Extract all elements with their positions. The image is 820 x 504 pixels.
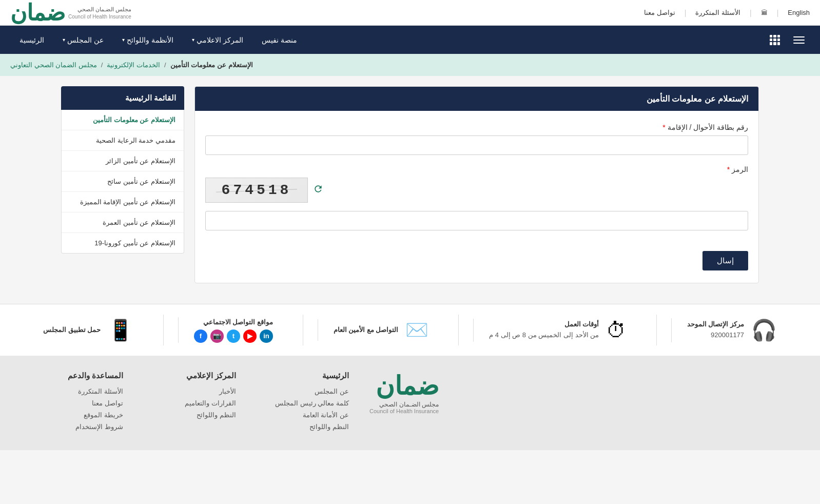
footer-col-home: الرئيسية عن المجلس كلمة معالي رئيس المجل… — [257, 371, 349, 435]
app-title: حمل تطبيق المجلس — [43, 325, 101, 336]
footer-logo-sub-en: Council of Health Insurance — [369, 408, 439, 414]
content-area: الإستعلام عن معلومات التأمين رقم بطاقة ا… — [51, 76, 769, 294]
footer-news[interactable]: الأخبار — [144, 387, 236, 395]
footer-col-media: المركز الإعلامي الأخبار القرارات والتعام… — [144, 371, 236, 423]
sidebar-item-insurance-info[interactable]: الإستعلام عن معلومات التأمين — [62, 110, 184, 130]
logo-sub-en: Council of Health Insurance — [68, 14, 131, 20]
footer-logo-sub-ar: مجلس الضـمان الصحي — [369, 401, 439, 408]
footer-hours: أوقات العمل من الأحد إلى الخميس من 8 ص إ… — [473, 319, 642, 342]
footer-sitemap[interactable]: خريطة الموقع — [31, 411, 123, 419]
footer-president-word[interactable]: كلمة معالي رئيس المجلس — [257, 399, 349, 407]
sidebar: القائمة الرئيسية الإستعلام عن معلومات ال… — [61, 86, 184, 283]
logo-sub-ar: مجلس الضـمان الصحي — [68, 6, 131, 13]
footer-divider2 — [458, 315, 459, 345]
contact-link[interactable]: تواصل معنا — [644, 9, 675, 16]
sitemap-icon-link[interactable]: 🏛 — [761, 9, 768, 16]
nav-regulations[interactable]: الأنظمة واللوائح ▾ — [113, 28, 183, 52]
captcha-label: الرمز * — [205, 165, 748, 173]
logo: مجلس الضـمان الصحي Council of Health Ins… — [10, 0, 131, 26]
sidebar-item-healthcare-providers[interactable]: مقدمي خدمة الرعاية الصحية — [62, 130, 184, 151]
sidebar-item-premium-residency[interactable]: الإستعلام عن تأمين الإقامة المميزة — [62, 192, 184, 212]
id-input[interactable] — [205, 135, 748, 155]
divider1: | — [777, 9, 779, 17]
breadcrumb-home[interactable]: مجلس الضمان الصحي التعاوني — [10, 61, 97, 69]
footer-app: حمل تطبيق المجلس — [28, 318, 149, 342]
footer-info-bar: مركز الإتصال الموحد 920001177 أوقات العم… — [0, 304, 820, 356]
mobile-icon — [108, 318, 133, 342]
breadcrumb-current: الإستعلام عن معلومات التأمين — [170, 61, 253, 69]
sidebar-item-covid19[interactable]: الإستعلام عن تأمين كورونا-19 — [62, 233, 184, 253]
captcha-input[interactable] — [205, 211, 748, 230]
footer-about-council[interactable]: عن المجلس — [257, 387, 349, 395]
captcha-input-group — [205, 211, 748, 230]
footer-contact[interactable]: تواصل معنا — [31, 399, 123, 407]
hours-title: أوقات العمل — [489, 319, 599, 330]
nav-media[interactable]: المركز الاعلامي ▾ — [183, 28, 252, 52]
social-text: مواقع التواصل الاجتماعي in ▶ t 📷 f — [194, 317, 273, 343]
top-bar: English | 🏛 | الأسئلة المتكررة | تواصل م… — [0, 0, 820, 26]
footer-divider1 — [656, 315, 657, 345]
sidebar-item-umrah-insurance[interactable]: الإستعلام عن تأمين العمرة — [62, 212, 184, 233]
breadcrumb-sep2: / — [101, 61, 103, 69]
social-icons: in ▶ t 📷 f — [194, 329, 273, 343]
submit-button[interactable]: إسال — [702, 251, 748, 270]
captcha-image: 674518 — [205, 178, 308, 203]
breadcrumb-sep1: / — [164, 61, 166, 69]
footer-terms[interactable]: شروط الإستخدام — [31, 423, 123, 431]
clock-icon — [606, 319, 627, 342]
english-link[interactable]: English — [788, 9, 810, 16]
main-section: الإستعلام عن معلومات التأمين رقم بطاقة ا… — [194, 86, 759, 283]
grid-button[interactable] — [767, 32, 783, 48]
youtube-icon[interactable]: ▶ — [243, 329, 257, 343]
nav-icons — [767, 31, 810, 49]
social-title: مواقع التواصل الاجتماعي — [194, 317, 273, 328]
form-card-body: رقم بطاقة الأحوال / الإقامة * الرمز * — [195, 111, 758, 283]
breadcrumb: الإستعلام عن معلومات التأمين / الخدمات ا… — [0, 54, 820, 76]
divider3: | — [685, 9, 687, 17]
captcha-container: 674518 — [205, 178, 748, 203]
footer-divider3 — [303, 315, 303, 345]
captcha-required: * — [727, 165, 730, 173]
facebook-icon[interactable]: f — [194, 329, 207, 343]
top-bar-links: English | 🏛 | الأسئلة المتكررة | تواصل م… — [644, 9, 810, 17]
contact-text: التواصل مع الأمين العام — [334, 325, 399, 336]
footer-regs[interactable]: النظم واللوائح — [257, 423, 349, 431]
id-field-group: رقم بطاقة الأحوال / الإقامة * — [205, 123, 748, 155]
breadcrumb-eservices[interactable]: الخدمات الإلكترونية — [107, 61, 160, 69]
footer-contact: التواصل مع الأمين العام — [318, 319, 444, 341]
app-text: حمل تطبيق المجلس — [43, 325, 101, 336]
envelope-icon — [405, 319, 428, 341]
footer-faq[interactable]: الأسئلة المتكررة — [31, 387, 123, 395]
sidebar-item-tourist-insurance[interactable]: الإستعلام عن تأمين سائح — [62, 171, 184, 192]
divider2: | — [750, 9, 752, 17]
main-nav: منصة نفيس المركز الاعلامي ▾ الأنظمة والل… — [0, 26, 820, 54]
footer-bottom: ضمان مجلس الضـمان الصحي Council of Healt… — [0, 356, 820, 450]
logo-text: مجلس الضـمان الصحي Council of Health Ins… — [10, 0, 131, 26]
nav-about[interactable]: عن المجلس ▾ — [53, 28, 113, 52]
linkedin-icon[interactable]: in — [260, 329, 273, 343]
footer-logo: ضمان مجلس الضـمان الصحي Council of Healt… — [369, 371, 439, 414]
footer-col-support: المساعدة والدعم الأسئلة المتكررة تواصل م… — [31, 371, 123, 435]
callcenter-text: مركز الإتصال الموحد 920001177 — [687, 319, 744, 341]
nav-items: منصة نفيس المركز الاعلامي ▾ الأنظمة والل… — [10, 28, 306, 52]
footer-secretariat[interactable]: عن الأمانة العامة — [257, 411, 349, 419]
sidebar-item-visitor-insurance[interactable]: الإستعلام عن تأمين الزائر — [62, 151, 184, 171]
hours-subtitle: من الأحد إلى الخميس من 8 ص إلى 4 م — [489, 330, 599, 341]
instagram-icon[interactable]: 📷 — [210, 329, 224, 343]
logo-ar: ضمان — [10, 0, 65, 26]
footer-callcenter: مركز الإتصال الموحد 920001177 — [671, 318, 792, 342]
callcenter-title: مركز الإتصال الموحد — [687, 319, 744, 330]
footer-laws[interactable]: النظم واللوائح — [144, 411, 236, 419]
footer-decisions[interactable]: القرارات والتعاميم — [144, 399, 236, 407]
footer-divider4 — [163, 315, 164, 345]
form-card: الإستعلام عن معلومات التأمين رقم بطاقة ا… — [194, 86, 759, 283]
hours-text: أوقات العمل من الأحد إلى الخميس من 8 ص إ… — [489, 319, 599, 341]
nav-home[interactable]: الرئيسية — [10, 28, 53, 52]
captcha-refresh-button[interactable] — [313, 184, 323, 197]
footer-support-header: المساعدة والدعم — [31, 371, 123, 380]
hamburger-button[interactable] — [788, 31, 810, 49]
faq-link[interactable]: الأسئلة المتكررة — [695, 9, 740, 16]
nav-nafees[interactable]: منصة نفيس — [252, 28, 306, 52]
id-required: * — [662, 123, 665, 131]
twitter-icon[interactable]: t — [227, 329, 240, 343]
